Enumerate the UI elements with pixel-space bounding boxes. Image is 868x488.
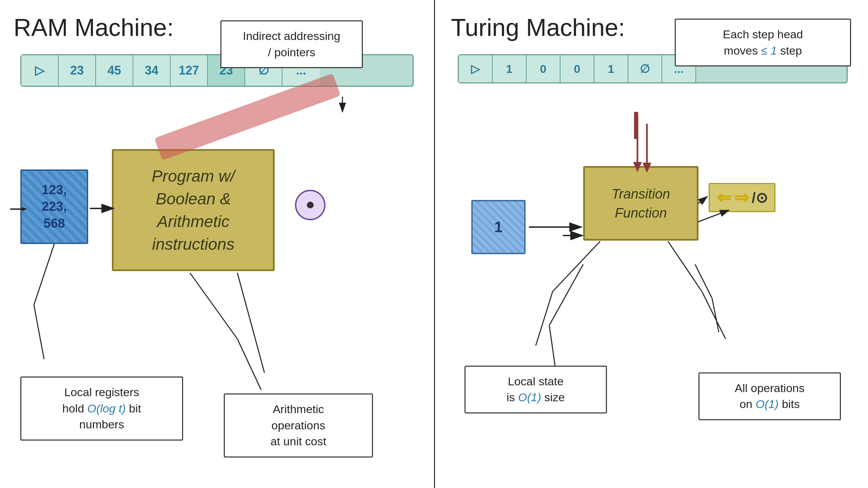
- leq1-text: ≤ 1: [761, 44, 777, 57]
- o1-ops-text: O(1): [755, 398, 778, 410]
- o1-state-text: O(1): [518, 391, 541, 404]
- tm-cell-5: ∅: [628, 55, 662, 82]
- tm-cell-1: 1: [493, 55, 527, 82]
- state-circle: [295, 190, 326, 220]
- svg-line-27: [698, 197, 707, 203]
- operations-callout: All operationson O(1) bits: [698, 372, 841, 420]
- head-moves-text: Each step headmoves ≤ 1 step: [723, 28, 803, 57]
- indirect-text: Indirect addressing/ pointers: [243, 29, 340, 59]
- tm-cell-0: ▷: [459, 55, 493, 82]
- svg-line-25: [668, 241, 702, 291]
- section-divider: [434, 0, 435, 488]
- state-dot: [307, 202, 314, 208]
- operations-text: All operationson O(1) bits: [735, 382, 805, 411]
- tape-cell-4: 127: [171, 55, 208, 86]
- local-reg-text: Local registershold O(log t) bitnumbers: [62, 386, 141, 431]
- left-arrow-symbol: ⇐: [716, 187, 731, 208]
- tape-head-marker: [634, 112, 638, 139]
- tape-cell-3: 34: [133, 55, 171, 86]
- right-arrow-symbol: ⇒: [734, 187, 749, 208]
- tm-cell-2: 0: [527, 55, 560, 82]
- tape-cell-2: 45: [96, 55, 133, 86]
- local-state-callout: Local stateis O(1) size: [465, 366, 607, 413]
- tm-panel: Turing Machine: ▷ 1 0 0 1 ∅ ... Each ste…: [437, 0, 868, 488]
- program-box: Program w/Boolean &Arithmeticinstruction…: [112, 149, 275, 271]
- tm-cell-4: 1: [594, 55, 628, 82]
- input-arrow: [10, 206, 27, 214]
- stay-symbol: /⊙: [752, 189, 768, 206]
- main-container: RAM Machine: ▷ 23 45 34 127 23 ∅ ... Ind…: [0, 0, 868, 488]
- tape-cell-0: ▷: [21, 55, 59, 86]
- svg-line-26: [702, 291, 726, 339]
- svg-marker-18: [22, 207, 27, 211]
- local-state-text: Local stateis O(1) size: [507, 375, 565, 404]
- ologt-text: O(log t): [87, 402, 126, 415]
- local-registers-callout: Local registershold O(log t) bitnumbers: [20, 377, 183, 441]
- registers-values: 123,223,568: [42, 182, 67, 232]
- arithmetic-callout: Arithmeticoperationsat unit cost: [224, 393, 373, 458]
- head-moves-callout: Each step headmoves ≤ 1 step: [675, 19, 851, 66]
- svg-line-24: [536, 291, 553, 346]
- ram-panel: RAM Machine: ▷ 23 45 34 127 23 ∅ ... Ind…: [0, 0, 434, 488]
- tm-cell-3: 0: [560, 55, 594, 82]
- tm-state-value: 1: [494, 219, 502, 236]
- registers-box: 123,223,568: [20, 169, 88, 244]
- tape-cell-1: 23: [59, 55, 96, 86]
- arithmetic-text: Arithmeticoperationsat unit cost: [271, 403, 326, 448]
- indirect-addressing-callout: Indirect addressing/ pointers: [220, 20, 363, 68]
- program-text: Program w/Boolean &Arithmeticinstruction…: [152, 165, 235, 256]
- svg-line-23: [553, 241, 600, 291]
- tm-state-box: 1: [471, 200, 526, 254]
- transition-text: TransitionFunction: [612, 184, 670, 222]
- transition-function-box: TransitionFunction: [583, 166, 698, 241]
- direction-arrows-box: ⇐ ⇒ /⊙: [709, 183, 775, 212]
